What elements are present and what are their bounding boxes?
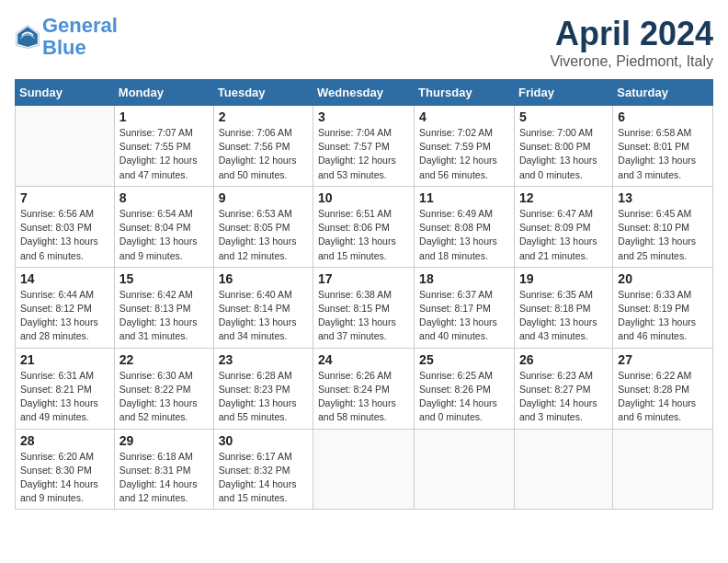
day-number: 18	[419, 271, 509, 286]
calendar-cell	[613, 429, 713, 510]
day-info: Sunrise: 6:22 AM Sunset: 8:28 PM Dayligh…	[618, 369, 708, 425]
calendar-cell: 13Sunrise: 6:45 AM Sunset: 8:10 PM Dayli…	[613, 186, 713, 267]
day-number: 29	[119, 433, 209, 448]
day-info: Sunrise: 6:44 AM Sunset: 8:12 PM Dayligh…	[20, 288, 109, 344]
week-row-1: 1Sunrise: 7:07 AM Sunset: 7:55 PM Daylig…	[16, 106, 713, 187]
day-info: Sunrise: 6:54 AM Sunset: 8:04 PM Dayligh…	[119, 207, 209, 263]
calendar-cell: 9Sunrise: 6:53 AM Sunset: 8:05 PM Daylig…	[213, 186, 313, 267]
day-number: 19	[519, 271, 608, 286]
logo-line2: Blue	[42, 36, 86, 59]
location-subtitle: Viverone, Piedmont, Italy	[550, 53, 713, 70]
day-header-sunday: Sunday	[16, 80, 115, 106]
day-number: 5	[519, 109, 608, 124]
day-number: 4	[419, 109, 509, 124]
calendar-cell: 26Sunrise: 6:23 AM Sunset: 8:27 PM Dayli…	[514, 348, 612, 429]
day-number: 2	[219, 109, 308, 124]
day-number: 11	[419, 190, 509, 205]
calendar-cell: 6Sunrise: 6:58 AM Sunset: 8:01 PM Daylig…	[613, 106, 713, 187]
calendar-cell: 7Sunrise: 6:56 AM Sunset: 8:03 PM Daylig…	[16, 186, 115, 267]
day-info: Sunrise: 6:42 AM Sunset: 8:13 PM Dayligh…	[119, 288, 209, 344]
calendar-cell: 20Sunrise: 6:33 AM Sunset: 8:19 PM Dayli…	[613, 267, 713, 348]
day-info: Sunrise: 6:56 AM Sunset: 8:03 PM Dayligh…	[20, 207, 109, 263]
week-row-3: 14Sunrise: 6:44 AM Sunset: 8:12 PM Dayli…	[16, 267, 713, 348]
day-info: Sunrise: 6:53 AM Sunset: 8:05 PM Dayligh…	[219, 207, 308, 263]
header: General Blue April 2024 Viverone, Piedmo…	[15, 15, 713, 70]
day-number: 3	[318, 109, 409, 124]
calendar-cell	[313, 429, 415, 510]
day-number: 16	[219, 271, 308, 286]
calendar-cell: 30Sunrise: 6:17 AM Sunset: 8:32 PM Dayli…	[213, 429, 313, 510]
week-row-2: 7Sunrise: 6:56 AM Sunset: 8:03 PM Daylig…	[16, 186, 713, 267]
calendar-cell: 4Sunrise: 7:02 AM Sunset: 7:59 PM Daylig…	[415, 106, 515, 187]
calendar-cell: 29Sunrise: 6:18 AM Sunset: 8:31 PM Dayli…	[114, 429, 213, 510]
day-info: Sunrise: 6:38 AM Sunset: 8:15 PM Dayligh…	[318, 288, 409, 344]
day-number: 7	[20, 190, 109, 205]
day-number: 26	[519, 352, 608, 367]
calendar-cell: 19Sunrise: 6:35 AM Sunset: 8:18 PM Dayli…	[514, 267, 612, 348]
day-info: Sunrise: 6:49 AM Sunset: 8:08 PM Dayligh…	[419, 207, 509, 263]
calendar-cell: 24Sunrise: 6:26 AM Sunset: 8:24 PM Dayli…	[313, 348, 415, 429]
calendar-cell: 23Sunrise: 6:28 AM Sunset: 8:23 PM Dayli…	[213, 348, 313, 429]
day-number: 23	[219, 352, 308, 367]
calendar-cell: 27Sunrise: 6:22 AM Sunset: 8:28 PM Dayli…	[613, 348, 713, 429]
calendar-cell: 5Sunrise: 7:00 AM Sunset: 8:00 PM Daylig…	[514, 106, 612, 187]
day-info: Sunrise: 6:33 AM Sunset: 8:19 PM Dayligh…	[618, 288, 708, 344]
calendar-cell: 28Sunrise: 6:20 AM Sunset: 8:30 PM Dayli…	[16, 429, 115, 510]
calendar-cell: 8Sunrise: 6:54 AM Sunset: 8:04 PM Daylig…	[114, 186, 213, 267]
day-number: 14	[20, 271, 109, 286]
week-row-4: 21Sunrise: 6:31 AM Sunset: 8:21 PM Dayli…	[16, 348, 713, 429]
day-info: Sunrise: 7:06 AM Sunset: 7:56 PM Dayligh…	[219, 126, 308, 182]
calendar-cell: 22Sunrise: 6:30 AM Sunset: 8:22 PM Dayli…	[114, 348, 213, 429]
day-info: Sunrise: 6:47 AM Sunset: 8:09 PM Dayligh…	[519, 207, 608, 263]
calendar-cell	[16, 106, 115, 187]
calendar-cell: 1Sunrise: 7:07 AM Sunset: 7:55 PM Daylig…	[114, 106, 213, 187]
day-header-saturday: Saturday	[613, 80, 713, 106]
day-info: Sunrise: 6:23 AM Sunset: 8:27 PM Dayligh…	[519, 369, 608, 425]
calendar-table: SundayMondayTuesdayWednesdayThursdayFrid…	[15, 79, 713, 510]
day-info: Sunrise: 7:04 AM Sunset: 7:57 PM Dayligh…	[318, 126, 409, 182]
day-info: Sunrise: 7:07 AM Sunset: 7:55 PM Dayligh…	[119, 126, 209, 182]
calendar-cell: 16Sunrise: 6:40 AM Sunset: 8:14 PM Dayli…	[213, 267, 313, 348]
header-row: SundayMondayTuesdayWednesdayThursdayFrid…	[16, 80, 713, 106]
day-header-tuesday: Tuesday	[213, 80, 313, 106]
day-info: Sunrise: 6:37 AM Sunset: 8:17 PM Dayligh…	[419, 288, 509, 344]
day-number: 27	[618, 352, 708, 367]
day-info: Sunrise: 6:28 AM Sunset: 8:23 PM Dayligh…	[219, 369, 308, 425]
calendar-cell: 12Sunrise: 6:47 AM Sunset: 8:09 PM Dayli…	[514, 186, 612, 267]
logo-line1: General	[42, 14, 118, 37]
day-number: 10	[318, 190, 409, 205]
day-info: Sunrise: 6:26 AM Sunset: 8:24 PM Dayligh…	[318, 369, 409, 425]
day-info: Sunrise: 7:00 AM Sunset: 8:00 PM Dayligh…	[519, 126, 608, 182]
logo-icon	[15, 24, 40, 50]
day-info: Sunrise: 6:30 AM Sunset: 8:22 PM Dayligh…	[119, 369, 209, 425]
logo-text: General Blue	[42, 15, 118, 59]
logo: General Blue	[15, 15, 118, 59]
day-info: Sunrise: 6:25 AM Sunset: 8:26 PM Dayligh…	[419, 369, 509, 425]
day-header-thursday: Thursday	[415, 80, 515, 106]
day-info: Sunrise: 6:58 AM Sunset: 8:01 PM Dayligh…	[618, 126, 708, 182]
day-info: Sunrise: 6:31 AM Sunset: 8:21 PM Dayligh…	[20, 369, 109, 425]
calendar-cell: 15Sunrise: 6:42 AM Sunset: 8:13 PM Dayli…	[114, 267, 213, 348]
calendar-cell: 25Sunrise: 6:25 AM Sunset: 8:26 PM Dayli…	[415, 348, 515, 429]
calendar-cell: 2Sunrise: 7:06 AM Sunset: 7:56 PM Daylig…	[213, 106, 313, 187]
day-number: 15	[119, 271, 209, 286]
day-info: Sunrise: 6:17 AM Sunset: 8:32 PM Dayligh…	[219, 450, 308, 506]
day-number: 12	[519, 190, 608, 205]
calendar-cell	[514, 429, 612, 510]
day-number: 20	[618, 271, 708, 286]
day-number: 9	[219, 190, 308, 205]
day-info: Sunrise: 6:35 AM Sunset: 8:18 PM Dayligh…	[519, 288, 608, 344]
day-number: 17	[318, 271, 409, 286]
day-number: 8	[119, 190, 209, 205]
calendar-cell: 21Sunrise: 6:31 AM Sunset: 8:21 PM Dayli…	[16, 348, 115, 429]
day-number: 28	[20, 433, 109, 448]
day-number: 30	[219, 433, 308, 448]
calendar-cell: 11Sunrise: 6:49 AM Sunset: 8:08 PM Dayli…	[415, 186, 515, 267]
week-row-5: 28Sunrise: 6:20 AM Sunset: 8:30 PM Dayli…	[16, 429, 713, 510]
day-info: Sunrise: 7:02 AM Sunset: 7:59 PM Dayligh…	[419, 126, 509, 182]
day-number: 25	[419, 352, 509, 367]
day-number: 6	[618, 109, 708, 124]
calendar-cell	[415, 429, 515, 510]
day-number: 21	[20, 352, 109, 367]
calendar-cell: 18Sunrise: 6:37 AM Sunset: 8:17 PM Dayli…	[415, 267, 515, 348]
